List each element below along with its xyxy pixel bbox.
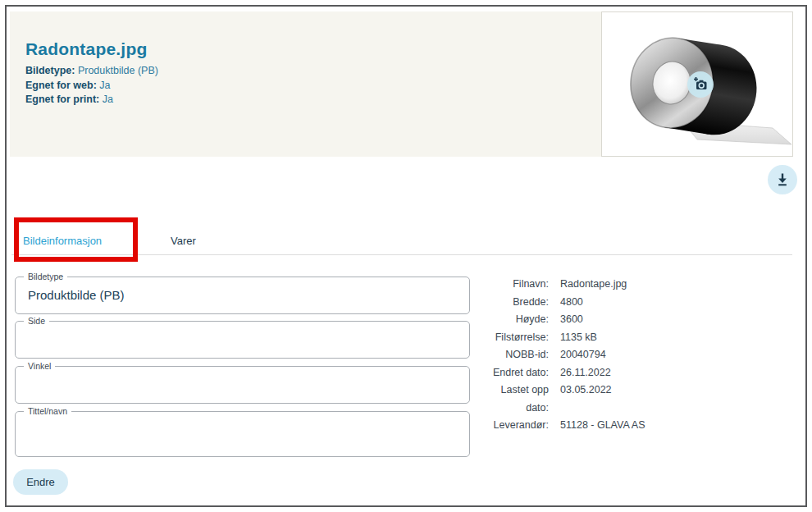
detail-label: Bredde: [483,294,549,312]
tabs-divider [11,254,792,255]
detail-label: Endret dato: [483,364,549,382]
download-icon [775,172,790,187]
detail-value: 26.11.2022 [560,364,645,382]
meta-egnet-web: Egnet for web: Ja [25,79,158,94]
detail-value: 51128 - GLAVA AS [560,417,645,435]
field-tittel-navn-value [16,412,469,423]
meta-egnet-print: Egnet for print: Ja [25,93,158,107]
add-photo-icon [691,75,709,94]
detail-value: 3600 [560,311,645,329]
detail-label: Lastet opp dato: [483,382,549,417]
field-side-value [16,322,469,332]
tab-varer[interactable]: Varer [171,235,196,247]
detail-label: Filstørrelse: [483,329,549,347]
detail-value: 4800 [560,294,645,312]
detail-value: 03.05.2022 [560,382,645,417]
field-vinkel[interactable]: Vinkel [15,366,470,404]
field-side-label: Side [24,316,49,326]
field-bildetype-label: Bildetype [24,272,67,281]
add-photo-button[interactable] [687,71,714,98]
detail-label: Høyde: [483,311,549,329]
image-header-panel: Radontape.jpg Bildetype: Produktbilde (P… [10,11,792,157]
field-side[interactable]: Side [15,321,470,359]
endre-button[interactable]: Endre [13,469,68,495]
field-vinkel-value [16,367,469,377]
detail-label: Leverandør: [483,417,549,435]
field-tittel-navn-label: Tittel/navn [24,406,71,416]
download-button[interactable] [768,165,797,194]
field-tittel-navn[interactable]: Tittel/navn [15,411,470,457]
page-title: Radontape.jpg [25,39,158,59]
detail-value: Radontape.jpg [560,276,645,294]
image-summary: Radontape.jpg Bildetype: Produktbilde (P… [25,39,158,107]
detail-label: Filnavn: [483,276,549,294]
field-bildetype[interactable]: Bildetype Produktbilde (PB) [15,277,470,314]
detail-value: 20040794 [560,346,645,364]
meta-bildetype: Bildetype: Produktbilde (PB) [25,64,158,79]
tab-bildeinformasjon[interactable]: Bildeinformasjon [23,235,102,247]
product-image-thumbnail[interactable] [601,11,793,157]
file-details-list: Filnavn: Radontape.jpg Bredde: 4800 Høyd… [483,276,645,435]
field-vinkel-label: Vinkel [24,361,55,371]
detail-value: 1135 kB [560,329,645,347]
detail-label: NOBB-id: [483,346,549,364]
field-bildetype-value: Produktbilde (PB) [16,277,469,302]
